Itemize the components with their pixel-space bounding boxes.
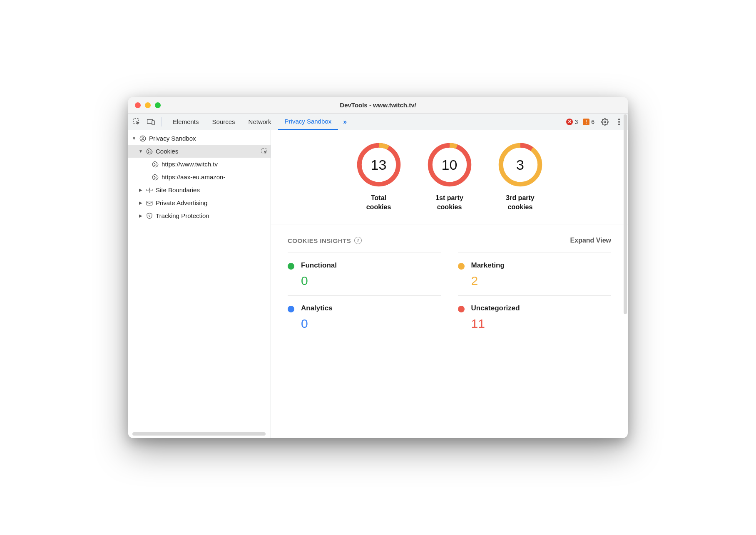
window-title: DevTools - www.twitch.tv/ bbox=[128, 102, 628, 109]
insight-functional[interactable]: Functional 0 bbox=[288, 253, 441, 295]
color-swatch bbox=[288, 263, 294, 270]
insight-value: 0 bbox=[301, 317, 333, 331]
warnings-badge[interactable]: ! 6 bbox=[583, 119, 594, 125]
ring-chart: 3 bbox=[497, 142, 543, 188]
toolbar-divider bbox=[162, 117, 162, 126]
tree-site-boundaries[interactable]: ▶ Site Boundaries bbox=[128, 183, 271, 196]
metric-value: 10 bbox=[427, 142, 472, 188]
svg-point-3 bbox=[604, 121, 606, 123]
warning-icon: ! bbox=[583, 119, 589, 125]
inspect-element-icon[interactable] bbox=[131, 116, 143, 128]
insights-grid: Functional 0 Marketing 2 Analytics 0 bbox=[271, 253, 628, 338]
metric-value: 3 bbox=[497, 142, 543, 188]
tree-label: https://aax-eu.amazon- bbox=[162, 173, 225, 181]
devtools-window: DevTools - www.twitch.tv/ Elements Sourc… bbox=[128, 97, 628, 438]
insight-marketing[interactable]: Marketing 2 bbox=[458, 253, 612, 295]
traffic-lights bbox=[128, 102, 161, 108]
error-icon: ✕ bbox=[566, 119, 573, 125]
tree-cookie-origin[interactable]: https://www.twitch.tv bbox=[128, 158, 271, 171]
tree-cookies[interactable]: ▼ Cookies bbox=[128, 145, 271, 158]
chevron-right-icon: ▶ bbox=[138, 201, 143, 205]
mail-icon bbox=[146, 199, 153, 207]
insight-value: 11 bbox=[471, 317, 520, 331]
cookie-icon bbox=[152, 173, 159, 181]
insights-header: COOKIES INSIGHTS i Expand View bbox=[271, 225, 628, 253]
errors-badge[interactable]: ✕ 3 bbox=[566, 119, 578, 125]
maximize-window-button[interactable] bbox=[155, 102, 161, 108]
tree-label: Private Advertising bbox=[156, 199, 207, 206]
tree-tracking-protection[interactable]: ▶ Tracking Protection bbox=[128, 209, 271, 222]
settings-gear-icon[interactable] bbox=[599, 116, 611, 128]
sidebar-tree: ▼ Privacy Sandbox ▼ Cookies bbox=[128, 130, 271, 438]
chevron-right-icon: ▶ bbox=[138, 213, 143, 218]
tab-privacy-sandbox[interactable]: Privacy Sandbox bbox=[278, 114, 338, 130]
tree-cookie-origin[interactable]: https://aax-eu.amazon- bbox=[128, 171, 271, 183]
panel-body: ▼ Privacy Sandbox ▼ Cookies bbox=[128, 130, 628, 438]
svg-point-4 bbox=[618, 119, 620, 120]
main-content: 13 Totalcookies 10 1st partycookies 3 bbox=[271, 130, 628, 438]
expand-view-button[interactable]: Expand View bbox=[570, 237, 611, 244]
color-swatch bbox=[288, 306, 294, 312]
chevron-down-icon: ▼ bbox=[132, 136, 137, 141]
warnings-count: 6 bbox=[591, 119, 594, 125]
metric-value: 13 bbox=[356, 142, 402, 188]
insight-name: Uncategorized bbox=[471, 304, 520, 312]
svg-point-8 bbox=[142, 136, 144, 138]
insight-name: Marketing bbox=[471, 261, 505, 270]
insight-name: Analytics bbox=[301, 304, 333, 312]
svg-point-16 bbox=[154, 176, 155, 177]
cookie-metrics: 13 Totalcookies 10 1st partycookies 3 bbox=[271, 130, 628, 225]
close-window-button[interactable] bbox=[135, 102, 141, 108]
tree-label: Cookies bbox=[156, 148, 178, 155]
cookie-icon bbox=[152, 161, 159, 168]
insight-analytics[interactable]: Analytics 0 bbox=[288, 295, 441, 338]
tree-label: https://www.twitch.tv bbox=[162, 161, 218, 168]
errors-count: 3 bbox=[574, 119, 578, 125]
status-badges: ✕ 3 ! 6 bbox=[566, 119, 594, 125]
tab-elements[interactable]: Elements bbox=[166, 114, 206, 130]
insight-name: Functional bbox=[301, 261, 337, 270]
metric-label: Totalcookies bbox=[366, 193, 391, 211]
svg-point-18 bbox=[154, 178, 155, 178]
insight-value: 2 bbox=[471, 274, 505, 288]
tab-network[interactable]: Network bbox=[242, 114, 278, 130]
metric-label: 3rd partycookies bbox=[506, 193, 534, 211]
tree-privacy-sandbox[interactable]: ▼ Privacy Sandbox bbox=[128, 132, 271, 145]
svg-point-19 bbox=[149, 189, 150, 191]
svg-point-17 bbox=[156, 177, 157, 178]
svg-point-11 bbox=[148, 152, 149, 153]
inspect-icon[interactable] bbox=[261, 148, 268, 155]
svg-point-5 bbox=[618, 121, 620, 123]
insight-value: 0 bbox=[301, 274, 337, 288]
minimize-window-button[interactable] bbox=[145, 102, 151, 108]
more-tabs-icon[interactable]: » bbox=[340, 118, 350, 126]
svg-rect-20 bbox=[147, 201, 152, 205]
svg-point-21 bbox=[149, 215, 150, 216]
insights-title: COOKIES INSIGHTS i bbox=[288, 237, 362, 244]
color-swatch bbox=[458, 306, 465, 312]
tree-private-advertising[interactable]: ▶ Private Advertising bbox=[128, 196, 271, 209]
metric-first-party-cookies: 10 1st partycookies bbox=[427, 142, 472, 211]
chevron-down-icon: ▼ bbox=[138, 149, 143, 154]
vertical-scrollbar[interactable] bbox=[624, 114, 627, 314]
svg-point-10 bbox=[150, 151, 151, 152]
chevron-right-icon: ▶ bbox=[138, 188, 143, 192]
svg-point-9 bbox=[148, 150, 149, 151]
svg-point-14 bbox=[156, 164, 157, 165]
ring-chart: 13 bbox=[356, 142, 402, 188]
horizontal-scrollbar[interactable] bbox=[132, 432, 266, 436]
svg-rect-2 bbox=[152, 121, 154, 125]
insight-uncategorized[interactable]: Uncategorized 11 bbox=[458, 295, 612, 338]
shield-icon bbox=[146, 212, 153, 220]
tab-sources[interactable]: Sources bbox=[206, 114, 242, 130]
device-toolbar-icon[interactable] bbox=[145, 116, 157, 128]
tree-label: Site Boundaries bbox=[156, 186, 200, 193]
info-icon[interactable]: i bbox=[354, 237, 362, 244]
color-swatch bbox=[458, 263, 465, 270]
tree-label: Tracking Protection bbox=[156, 212, 209, 219]
titlebar: DevTools - www.twitch.tv/ bbox=[128, 97, 628, 114]
ring-chart: 10 bbox=[427, 142, 472, 188]
metric-third-party-cookies: 3 3rd partycookies bbox=[497, 142, 543, 211]
svg-point-15 bbox=[154, 165, 155, 166]
sandbox-icon bbox=[139, 135, 147, 142]
